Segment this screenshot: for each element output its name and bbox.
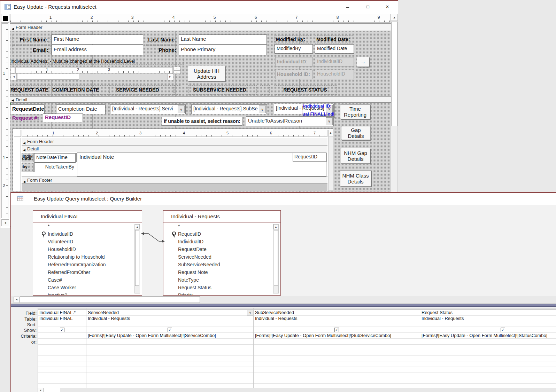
individual-note-textbox[interactable]: Individual Note	[77, 152, 326, 177]
household-id-label[interactable]: Household ID:	[275, 70, 313, 79]
empty-criteria-cell[interactable]	[38, 378, 86, 384]
or-cell[interactable]	[86, 339, 253, 345]
note-taken-by-textbox[interactable]: NoteTakenBy	[34, 163, 76, 172]
empty-criteria-cell[interactable]	[254, 361, 420, 367]
criteria-cell[interactable]: [Forms]![Easy Update - Open Form Multise…	[420, 333, 556, 339]
note-datetime-textbox[interactable]: NoteDateTime	[34, 153, 76, 163]
nhm-class-details-button[interactable]: NHM Class Details	[340, 170, 371, 187]
sort-cell[interactable]	[254, 321, 420, 327]
table-name[interactable]: Individual - Requests	[163, 211, 280, 222]
unable-to-assist-combo[interactable]: UnableToAssistReason ∨	[246, 116, 334, 126]
empty-criteria-cell[interactable]	[86, 361, 253, 367]
show-cell[interactable]: ✓	[420, 327, 556, 333]
combo-dropdown-icon[interactable]: ∨	[326, 117, 333, 125]
gap-details-button[interactable]: Gap Details	[341, 126, 371, 140]
modified-by-label[interactable]: Modified By:	[275, 35, 312, 44]
table-cell[interactable]: Individual - Requests	[420, 316, 556, 321]
modified-date-label[interactable]: Modified Date:	[315, 35, 353, 44]
subform-section-detail[interactable]: ◀ Detail	[22, 145, 327, 152]
table-field-item[interactable]: IndividualID	[163, 238, 280, 245]
individual-id-textbox[interactable]: IndividualID	[315, 57, 354, 66]
col-header-request-status[interactable]: REQUEST STATUS	[274, 85, 337, 95]
empty-criteria-cell[interactable]	[420, 378, 556, 384]
section-bar-detail[interactable]: ◀ Detail	[10, 96, 391, 103]
close-button[interactable]: ×	[379, 1, 396, 13]
table-field-item[interactable]: *	[163, 222, 280, 230]
col-header-subservice-needed[interactable]: SUBSERVICE NEEDED	[188, 85, 257, 95]
service-needed-combo[interactable]: [Individual - Requests].Servi ∨	[110, 104, 186, 114]
table-box-individual-requests[interactable]: Individual - Requests * RequestID Indivi…	[163, 210, 281, 296]
table-field-item[interactable]: Request Note	[163, 268, 280, 276]
phone-textbox[interactable]: Phone Primary	[179, 45, 267, 55]
window2-titlebar[interactable]: Easy Update Query multiselect : Query Bu…	[11, 193, 556, 205]
subform-ruler-corner[interactable]	[14, 130, 21, 137]
form-selector-square[interactable]	[3, 16, 8, 21]
col-header-completion-date[interactable]: COMPLETION DATE	[52, 85, 108, 95]
empty-criteria-cell[interactable]	[38, 361, 86, 367]
criteria-cell[interactable]	[38, 333, 86, 339]
empty-criteria-cell[interactable]	[254, 384, 420, 388]
empty-criteria-cell[interactable]	[38, 356, 86, 361]
subform-request-id-textbox[interactable]: RequestID	[293, 153, 327, 162]
table2-scroll-thumb[interactable]	[274, 230, 278, 286]
grid-hscroll-thumb[interactable]	[44, 388, 60, 392]
mini-spin-down-button[interactable]: ▼	[173, 70, 180, 74]
table-field-item[interactable]: NoteType	[163, 276, 280, 284]
empty-criteria-cell[interactable]	[86, 373, 253, 378]
mini-hscroll-left-button[interactable]: ◄	[11, 73, 17, 80]
show-checkbox[interactable]: ✓	[60, 328, 64, 332]
empty-criteria-cell[interactable]	[254, 378, 420, 384]
empty-criteria-cell[interactable]	[86, 350, 253, 356]
go-to-individual-button[interactable]: →	[357, 57, 369, 67]
empty-criteria-cell[interactable]	[420, 356, 556, 361]
table-field-item[interactable]: RequestID	[163, 230, 280, 238]
subform-vscrollbar[interactable]	[328, 136, 333, 191]
mini-hscroll-thumb[interactable]	[17, 74, 79, 80]
empty-criteria-cell[interactable]	[420, 373, 556, 378]
table1-scroll-thumb[interactable]	[135, 230, 139, 286]
request-number-label[interactable]: Request #:	[11, 114, 42, 122]
table-field-item[interactable]: RequestDate	[163, 245, 280, 253]
table-cell[interactable]: Individual - Requests	[254, 316, 420, 321]
table-field-item[interactable]: ReferredFromOrganization	[33, 261, 142, 268]
criteria-cell[interactable]: [Forms]![Easy Update - Open Form Multise…	[254, 333, 420, 339]
table-field-item[interactable]: ReferredFromOther	[33, 268, 142, 276]
field-cell[interactable]: Individual FINAL.* ∨	[38, 310, 86, 316]
empty-criteria-cell[interactable]	[38, 350, 86, 356]
col-header-spacer[interactable]	[260, 85, 270, 95]
email-label[interactable]: Email:	[13, 45, 51, 55]
table2-scrollbar[interactable]: ▲	[273, 224, 279, 293]
query-hscroll-left-button[interactable]: ◄	[14, 297, 20, 303]
form-hscroll-left-button[interactable]: ◄	[1, 219, 9, 226]
mini-hscroll-right-button[interactable]: ►	[167, 73, 173, 80]
table-name[interactable]: Individual FINAL	[33, 211, 142, 222]
empty-criteria-cell[interactable]	[420, 361, 556, 367]
show-checkbox[interactable]: ✓	[334, 328, 339, 332]
table-field-item[interactable]: HouseholdID	[33, 245, 142, 253]
table-field-item[interactable]: Case Worker	[33, 284, 142, 291]
table-cell[interactable]: Individual FINAL	[38, 316, 86, 321]
last-name-textbox[interactable]: Last Name	[179, 34, 267, 45]
empty-criteria-cell[interactable]	[38, 373, 86, 378]
col-header-service-needed[interactable]: SERVICE NEEDED	[109, 85, 173, 95]
sort-cell[interactable]	[38, 321, 86, 327]
empty-criteria-cell[interactable]	[420, 350, 556, 356]
query-hscroll-thumb[interactable]	[20, 296, 200, 303]
form-vscroll-up-button[interactable]: ▲	[391, 14, 398, 21]
col-header-spacer[interactable]	[174, 85, 181, 95]
empty-criteria-cell[interactable]	[86, 356, 253, 361]
completion-date-textbox[interactable]: Completion Date	[56, 104, 106, 114]
table2-scroll-up-button[interactable]: ▲	[273, 224, 278, 229]
empty-criteria-cell[interactable]	[254, 356, 420, 361]
empty-criteria-cell[interactable]	[38, 345, 86, 350]
form-vscroll-thumb[interactable]	[391, 22, 397, 126]
note-by-label[interactable]: by:	[22, 163, 34, 172]
table-field-item[interactable]: *	[33, 222, 142, 230]
modified-date-textbox[interactable]: Modified Date	[315, 44, 354, 54]
field-cell[interactable]: ServiceNeeded ∨	[86, 310, 253, 316]
household-id-textbox[interactable]: HouseholdID	[315, 70, 354, 79]
field-cell[interactable]: Request Status ∨	[420, 310, 556, 316]
section-bar-form-header[interactable]: ◀ Form Header	[10, 23, 391, 31]
nhm-gap-details-button[interactable]: NHM Gap Details	[341, 148, 370, 164]
show-checkbox[interactable]: ✓	[168, 328, 172, 332]
